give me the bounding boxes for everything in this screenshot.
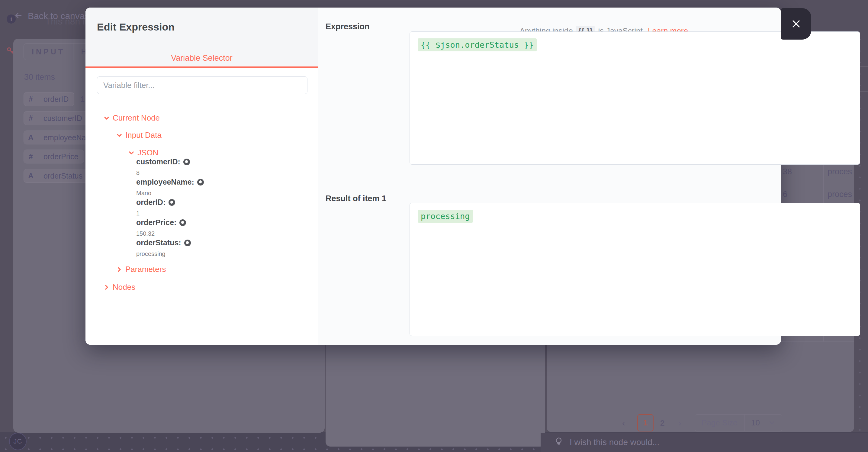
expression-heading: Expression xyxy=(326,22,370,31)
expression-editor[interactable]: {{ $json.orderStatus }} xyxy=(409,31,860,165)
wish-feedback-bar[interactable]: I wish this node would... xyxy=(540,433,868,452)
tree-item-nodes[interactable]: Nodes xyxy=(103,282,135,292)
edit-expression-modal: Edit Expression Variable Selector Curren… xyxy=(86,7,781,345)
pagination-page-2[interactable]: 2 xyxy=(660,419,664,428)
number-type-icon: # xyxy=(24,112,38,125)
schema-field-orderstatus[interactable]: AorderStatus xyxy=(24,169,88,183)
variable-selector-panel: Edit Expression Variable Selector Curren… xyxy=(86,7,318,345)
pagination-next[interactable]: › xyxy=(678,418,681,428)
schema-field-orderprice[interactable]: #orderPrice xyxy=(24,150,84,163)
expression-code: {{ $json.orderStatus }} xyxy=(418,38,537,51)
tab-input[interactable]: INPUT xyxy=(24,43,73,60)
chevron-down-icon xyxy=(768,419,782,427)
back-to-canvas-button[interactable]: Back to canvas xyxy=(13,11,89,21)
back-to-canvas-label: Back to canvas xyxy=(28,11,89,21)
close-button[interactable] xyxy=(781,8,811,39)
table-row: 6proces xyxy=(781,183,854,206)
tab-variable-selector[interactable]: Variable Selector xyxy=(86,54,318,63)
tree-item-json[interactable]: JSON xyxy=(128,148,158,157)
tree-item-parameters[interactable]: Parameters xyxy=(116,265,166,274)
tree-key-orderid[interactable]: orderID: xyxy=(136,198,175,207)
tree-key-orderprice[interactable]: orderPrice: xyxy=(136,218,186,227)
tree-value: processing xyxy=(136,250,165,258)
tree-value: 1 xyxy=(136,210,140,217)
select-target-icon[interactable] xyxy=(179,219,186,226)
select-target-icon[interactable] xyxy=(183,159,190,165)
schema-field-value: 1 xyxy=(80,95,85,103)
select-target-icon[interactable] xyxy=(184,240,191,246)
number-type-icon: # xyxy=(24,92,38,106)
items-count: 30 items xyxy=(24,72,55,82)
tree-value: 8 xyxy=(136,170,140,176)
tree-key-employeename[interactable]: employeeName: xyxy=(136,178,204,186)
result-value: processing xyxy=(418,210,473,223)
tree-item-current-node[interactable]: Current Node xyxy=(103,113,160,123)
tree-item-input-data[interactable]: Input Data xyxy=(116,130,162,140)
number-type-icon: # xyxy=(24,150,38,163)
tab-active-underline xyxy=(86,66,318,68)
pagination-page-1[interactable]: 1 xyxy=(637,414,654,431)
tree-key-customerid[interactable]: customerID: xyxy=(136,157,190,166)
wish-input-placeholder: I wish this node would... xyxy=(569,438,659,447)
chevron-down-icon xyxy=(128,149,135,156)
pagination-prev[interactable]: ‹ xyxy=(622,418,625,428)
string-type-icon: A xyxy=(24,169,38,182)
result-viewer: processing xyxy=(409,203,860,336)
chevron-right-icon xyxy=(103,284,110,291)
variable-filter-input[interactable] xyxy=(97,77,307,94)
result-heading: Result of item 1 xyxy=(326,194,386,203)
close-icon xyxy=(790,18,802,30)
chevron-right-icon xyxy=(116,266,123,273)
schema-field-label: orderID xyxy=(38,92,74,106)
schema-field-label: orderStatus xyxy=(38,169,88,182)
modal-title: Edit Expression xyxy=(97,21,175,33)
avatar[interactable]: JC xyxy=(9,433,27,450)
select-target-icon[interactable] xyxy=(197,179,204,185)
tree-value: 150.32 xyxy=(136,230,155,237)
string-type-icon: A xyxy=(24,131,38,144)
select-target-icon[interactable] xyxy=(168,199,175,206)
schema-field-label: orderPrice xyxy=(38,150,84,163)
lightbulb-icon xyxy=(555,437,563,448)
page-size-label: Page Size xyxy=(695,418,744,427)
tree-key-orderstatus[interactable]: orderStatus: xyxy=(136,238,191,247)
schema-field-customerid[interactable]: #customerID xyxy=(24,111,88,125)
chevron-down-icon xyxy=(116,132,123,139)
arrow-left-icon xyxy=(13,11,24,21)
page-size-value: 10 xyxy=(744,418,768,427)
chevron-down-icon xyxy=(103,115,110,122)
schema-field-label: customerID xyxy=(38,112,88,125)
page-size-select[interactable]: Page Size 10 xyxy=(695,414,782,431)
tree-value: Mario xyxy=(136,190,151,197)
schema-field-orderid[interactable]: #orderID 1 xyxy=(24,92,85,106)
